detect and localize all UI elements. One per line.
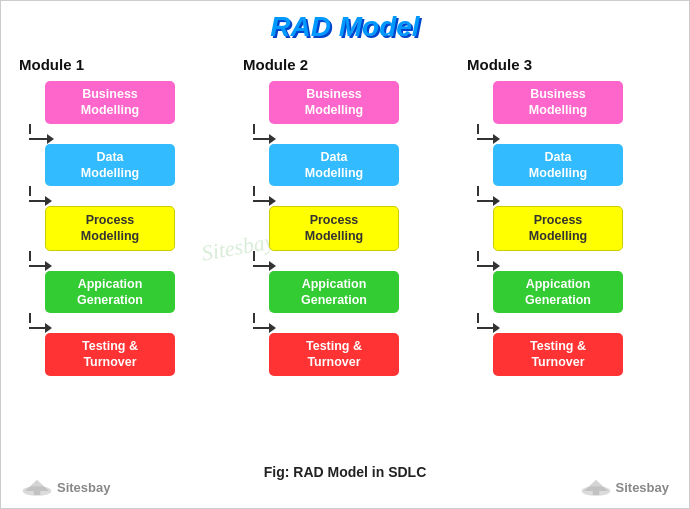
logo-right-text: Sitesbay <box>616 480 669 495</box>
module-3-label: Module 3 <box>467 56 532 73</box>
figure-caption: Fig: RAD Model in SDLC <box>264 464 427 480</box>
m1-step-3: ProcessModelling <box>45 206 175 251</box>
m2-step-1: BusinessModelling <box>269 81 399 124</box>
m3-step-5: Testing &Turnover <box>493 333 623 376</box>
m3-step-1: BusinessModelling <box>493 81 623 124</box>
svg-rect-2 <box>34 491 40 495</box>
logo-right: Sitesbay <box>580 476 669 498</box>
m2-step-3: ProcessModelling <box>269 206 399 251</box>
m3-step-3: ProcessModelling <box>493 206 623 251</box>
svg-marker-4 <box>584 480 608 491</box>
logo-left-text: Sitesbay <box>57 480 110 495</box>
logo-left-icon <box>21 476 53 498</box>
page-container: RAD Model Sitesbay.com Module 1 Business… <box>0 0 690 509</box>
m1-step-4: AppicationGeneration <box>45 271 175 314</box>
svg-rect-5 <box>592 491 598 495</box>
m1-step-1: BusinessModelling <box>45 81 175 124</box>
m3-step-2: DataModelling <box>493 144 623 187</box>
module-1-label: Module 1 <box>19 56 84 73</box>
logo-left: Sitesbay <box>21 476 110 498</box>
logo-right-icon <box>580 476 612 498</box>
module-3: Module 3 BusinessModelling DataModelling <box>463 56 623 376</box>
m1-step-2: DataModelling <box>45 144 175 187</box>
svg-marker-1 <box>25 480 49 491</box>
m2-step-5: Testing &Turnover <box>269 333 399 376</box>
module-2: Module 2 BusinessModelling DataModelling <box>239 56 399 376</box>
module-2-label: Module 2 <box>243 56 308 73</box>
m3-step-4: AppicationGeneration <box>493 271 623 314</box>
page-title: RAD Model <box>1 1 689 49</box>
module-1: Module 1 BusinessModelling DataModelling <box>15 56 175 376</box>
m2-step-4: AppicationGeneration <box>269 271 399 314</box>
m2-step-2: DataModelling <box>269 144 399 187</box>
m1-step-5: Testing &Turnover <box>45 333 175 376</box>
